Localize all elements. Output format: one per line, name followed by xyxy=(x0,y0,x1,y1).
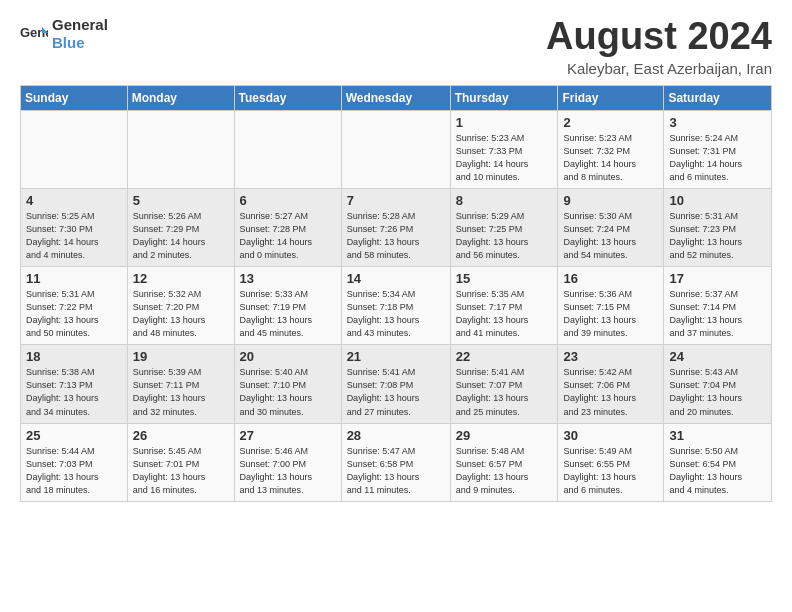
day-cell: 25Sunrise: 5:44 AM Sunset: 7:03 PM Dayli… xyxy=(21,423,128,501)
day-cell: 13Sunrise: 5:33 AM Sunset: 7:19 PM Dayli… xyxy=(234,267,341,345)
day-cell: 27Sunrise: 5:46 AM Sunset: 7:00 PM Dayli… xyxy=(234,423,341,501)
logo-icon: General xyxy=(20,23,48,45)
day-cell: 4Sunrise: 5:25 AM Sunset: 7:30 PM Daylig… xyxy=(21,188,128,266)
day-cell: 3Sunrise: 5:24 AM Sunset: 7:31 PM Daylig… xyxy=(664,110,772,188)
day-info: Sunrise: 5:45 AM Sunset: 7:01 PM Dayligh… xyxy=(133,445,229,497)
day-info: Sunrise: 5:49 AM Sunset: 6:55 PM Dayligh… xyxy=(563,445,658,497)
day-number: 3 xyxy=(669,115,766,130)
day-info: Sunrise: 5:34 AM Sunset: 7:18 PM Dayligh… xyxy=(347,288,445,340)
header: General General Blue August 2024 Kaleyba… xyxy=(20,16,772,77)
day-number: 5 xyxy=(133,193,229,208)
day-cell: 16Sunrise: 5:36 AM Sunset: 7:15 PM Dayli… xyxy=(558,267,664,345)
week-row-5: 25Sunrise: 5:44 AM Sunset: 7:03 PM Dayli… xyxy=(21,423,772,501)
day-header-sunday: Sunday xyxy=(21,85,128,110)
day-cell: 20Sunrise: 5:40 AM Sunset: 7:10 PM Dayli… xyxy=(234,345,341,423)
day-info: Sunrise: 5:39 AM Sunset: 7:11 PM Dayligh… xyxy=(133,366,229,418)
day-cell: 14Sunrise: 5:34 AM Sunset: 7:18 PM Dayli… xyxy=(341,267,450,345)
day-cell: 2Sunrise: 5:23 AM Sunset: 7:32 PM Daylig… xyxy=(558,110,664,188)
day-cell: 7Sunrise: 5:28 AM Sunset: 7:26 PM Daylig… xyxy=(341,188,450,266)
week-row-3: 11Sunrise: 5:31 AM Sunset: 7:22 PM Dayli… xyxy=(21,267,772,345)
day-info: Sunrise: 5:37 AM Sunset: 7:14 PM Dayligh… xyxy=(669,288,766,340)
day-info: Sunrise: 5:25 AM Sunset: 7:30 PM Dayligh… xyxy=(26,210,122,262)
day-number: 22 xyxy=(456,349,553,364)
day-info: Sunrise: 5:47 AM Sunset: 6:58 PM Dayligh… xyxy=(347,445,445,497)
week-row-1: 1Sunrise: 5:23 AM Sunset: 7:33 PM Daylig… xyxy=(21,110,772,188)
day-cell: 5Sunrise: 5:26 AM Sunset: 7:29 PM Daylig… xyxy=(127,188,234,266)
day-number: 13 xyxy=(240,271,336,286)
day-header-saturday: Saturday xyxy=(664,85,772,110)
day-number: 6 xyxy=(240,193,336,208)
day-cell: 21Sunrise: 5:41 AM Sunset: 7:08 PM Dayli… xyxy=(341,345,450,423)
day-info: Sunrise: 5:42 AM Sunset: 7:06 PM Dayligh… xyxy=(563,366,658,418)
day-info: Sunrise: 5:31 AM Sunset: 7:22 PM Dayligh… xyxy=(26,288,122,340)
day-number: 26 xyxy=(133,428,229,443)
day-header-wednesday: Wednesday xyxy=(341,85,450,110)
week-row-4: 18Sunrise: 5:38 AM Sunset: 7:13 PM Dayli… xyxy=(21,345,772,423)
day-number: 25 xyxy=(26,428,122,443)
day-cell: 6Sunrise: 5:27 AM Sunset: 7:28 PM Daylig… xyxy=(234,188,341,266)
day-info: Sunrise: 5:31 AM Sunset: 7:23 PM Dayligh… xyxy=(669,210,766,262)
day-info: Sunrise: 5:30 AM Sunset: 7:24 PM Dayligh… xyxy=(563,210,658,262)
day-number: 11 xyxy=(26,271,122,286)
day-number: 21 xyxy=(347,349,445,364)
day-header-monday: Monday xyxy=(127,85,234,110)
title-block: August 2024 Kaleybar, East Azerbaijan, I… xyxy=(546,16,772,77)
day-info: Sunrise: 5:28 AM Sunset: 7:26 PM Dayligh… xyxy=(347,210,445,262)
day-cell: 8Sunrise: 5:29 AM Sunset: 7:25 PM Daylig… xyxy=(450,188,558,266)
day-info: Sunrise: 5:27 AM Sunset: 7:28 PM Dayligh… xyxy=(240,210,336,262)
day-cell xyxy=(234,110,341,188)
day-info: Sunrise: 5:33 AM Sunset: 7:19 PM Dayligh… xyxy=(240,288,336,340)
day-number: 7 xyxy=(347,193,445,208)
day-number: 23 xyxy=(563,349,658,364)
day-info: Sunrise: 5:29 AM Sunset: 7:25 PM Dayligh… xyxy=(456,210,553,262)
day-info: Sunrise: 5:50 AM Sunset: 6:54 PM Dayligh… xyxy=(669,445,766,497)
day-number: 12 xyxy=(133,271,229,286)
month-title: August 2024 xyxy=(546,16,772,58)
day-cell: 11Sunrise: 5:31 AM Sunset: 7:22 PM Dayli… xyxy=(21,267,128,345)
day-cell: 18Sunrise: 5:38 AM Sunset: 7:13 PM Dayli… xyxy=(21,345,128,423)
day-number: 10 xyxy=(669,193,766,208)
day-cell xyxy=(21,110,128,188)
logo-general: General xyxy=(52,16,108,33)
day-info: Sunrise: 5:35 AM Sunset: 7:17 PM Dayligh… xyxy=(456,288,553,340)
day-cell: 29Sunrise: 5:48 AM Sunset: 6:57 PM Dayli… xyxy=(450,423,558,501)
day-info: Sunrise: 5:44 AM Sunset: 7:03 PM Dayligh… xyxy=(26,445,122,497)
day-number: 2 xyxy=(563,115,658,130)
day-info: Sunrise: 5:41 AM Sunset: 7:08 PM Dayligh… xyxy=(347,366,445,418)
day-cell: 17Sunrise: 5:37 AM Sunset: 7:14 PM Dayli… xyxy=(664,267,772,345)
page: General General Blue August 2024 Kaleyba… xyxy=(0,0,792,518)
day-number: 20 xyxy=(240,349,336,364)
day-cell: 1Sunrise: 5:23 AM Sunset: 7:33 PM Daylig… xyxy=(450,110,558,188)
day-number: 17 xyxy=(669,271,766,286)
day-cell: 12Sunrise: 5:32 AM Sunset: 7:20 PM Dayli… xyxy=(127,267,234,345)
day-number: 30 xyxy=(563,428,658,443)
logo: General General Blue xyxy=(20,16,108,52)
day-cell: 23Sunrise: 5:42 AM Sunset: 7:06 PM Dayli… xyxy=(558,345,664,423)
day-info: Sunrise: 5:43 AM Sunset: 7:04 PM Dayligh… xyxy=(669,366,766,418)
day-info: Sunrise: 5:32 AM Sunset: 7:20 PM Dayligh… xyxy=(133,288,229,340)
day-number: 18 xyxy=(26,349,122,364)
day-info: Sunrise: 5:48 AM Sunset: 6:57 PM Dayligh… xyxy=(456,445,553,497)
day-info: Sunrise: 5:23 AM Sunset: 7:32 PM Dayligh… xyxy=(563,132,658,184)
day-info: Sunrise: 5:26 AM Sunset: 7:29 PM Dayligh… xyxy=(133,210,229,262)
day-cell xyxy=(341,110,450,188)
day-info: Sunrise: 5:38 AM Sunset: 7:13 PM Dayligh… xyxy=(26,366,122,418)
day-number: 1 xyxy=(456,115,553,130)
location: Kaleybar, East Azerbaijan, Iran xyxy=(546,60,772,77)
day-number: 31 xyxy=(669,428,766,443)
day-cell: 24Sunrise: 5:43 AM Sunset: 7:04 PM Dayli… xyxy=(664,345,772,423)
day-header-friday: Friday xyxy=(558,85,664,110)
day-number: 15 xyxy=(456,271,553,286)
day-cell: 22Sunrise: 5:41 AM Sunset: 7:07 PM Dayli… xyxy=(450,345,558,423)
calendar-header-row: SundayMondayTuesdayWednesdayThursdayFrid… xyxy=(21,85,772,110)
day-number: 9 xyxy=(563,193,658,208)
day-number: 29 xyxy=(456,428,553,443)
day-header-thursday: Thursday xyxy=(450,85,558,110)
day-number: 16 xyxy=(563,271,658,286)
day-header-tuesday: Tuesday xyxy=(234,85,341,110)
day-info: Sunrise: 5:41 AM Sunset: 7:07 PM Dayligh… xyxy=(456,366,553,418)
day-info: Sunrise: 5:36 AM Sunset: 7:15 PM Dayligh… xyxy=(563,288,658,340)
day-cell: 9Sunrise: 5:30 AM Sunset: 7:24 PM Daylig… xyxy=(558,188,664,266)
day-cell: 19Sunrise: 5:39 AM Sunset: 7:11 PM Dayli… xyxy=(127,345,234,423)
day-number: 19 xyxy=(133,349,229,364)
